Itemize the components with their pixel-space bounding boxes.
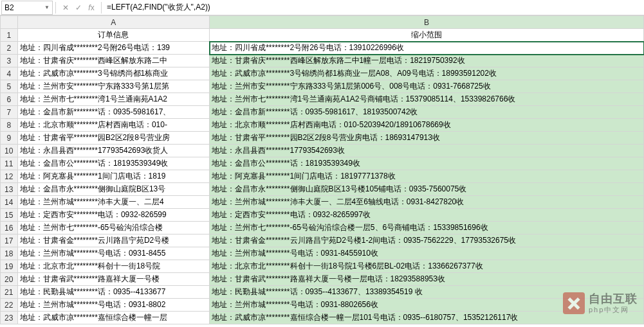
cell[interactable]: 地址：金昌市公********话：18193539349收: [17, 157, 210, 170]
cell[interactable]: 地址：定西市安********电话：0932-8265997收: [210, 209, 644, 222]
cell[interactable]: 地址：兰州市安********宁东路333号第1层第006号、008号电话：09…: [210, 80, 644, 93]
cell[interactable]: 地址：兰州市七********湾1号兰通南苑A1A2号商铺电话：15379085…: [210, 93, 644, 106]
divider: [101, 2, 102, 13]
cell[interactable]: 地址：北京市北********科创十一街18号院: [17, 260, 210, 273]
table-row: 8地址：北京市顺********店村西南电话：010-地址：北京市顺******…: [1, 119, 644, 132]
row-header[interactable]: 19: [1, 260, 18, 273]
cell[interactable]: 地址：北京市北********科创十一街18号院1号楼6层BL-02电话：133…: [210, 260, 644, 273]
cell[interactable]: 地址：甘肃省平********园B2区2段8号营业房: [17, 132, 210, 145]
cell[interactable]: 地址：甘肃省武********路嘉祥大厦一号楼一层电话：18293588953收: [210, 273, 644, 286]
row-header[interactable]: 4: [1, 67, 18, 80]
row-header[interactable]: 9: [1, 132, 18, 145]
row-header[interactable]: 2: [1, 42, 18, 55]
table-row: 3地址：甘肃省庆********西峰区解放东路二中地址：甘肃省庆********…: [1, 55, 644, 67]
row-header[interactable]: 13: [1, 183, 18, 196]
table-row: 7地址：金昌市新********话：0935-5981617、地址：金昌市新**…: [1, 106, 644, 119]
cell[interactable]: 地址：永昌县西********17793542693收: [210, 145, 644, 157]
row-header[interactable]: 22: [1, 299, 18, 312]
row-header[interactable]: 21: [1, 286, 18, 299]
cell[interactable]: 地址：北京市顺********店村西南电话：010-52039420/18910…: [210, 119, 644, 132]
cell-B1[interactable]: 缩小范围: [210, 29, 644, 42]
table-row: 22地址：兰州市城********号电话：0931-8802地址：兰州市城***…: [1, 299, 644, 312]
cell-A1[interactable]: 订单信息: [17, 29, 210, 42]
row-header[interactable]: 8: [1, 119, 18, 132]
row-header[interactable]: 3: [1, 55, 18, 67]
cell[interactable]: 地址：甘肃省庆********西峰区解放东路二中: [17, 55, 210, 67]
cell[interactable]: 地址：甘肃省金********云川路昌宁苑D2号楼1-2间电话：0935-756…: [210, 234, 644, 247]
row-header[interactable]: 14: [1, 196, 18, 209]
row-header[interactable]: 5: [1, 80, 18, 93]
spreadsheet-grid[interactable]: A B 1 订单信息 缩小范围 2地址：四川省成********2号附26号电话…: [0, 15, 644, 327]
table-row: 1 订单信息 缩小范围: [1, 29, 644, 42]
cell[interactable]: 地址：四川省成********2号附26号电话：139: [17, 42, 210, 55]
formula-bar-buttons: ✕ ✓ fx: [57, 3, 100, 12]
name-box[interactable]: B2 ▼: [1, 1, 53, 15]
cell[interactable]: 地址：金昌市永********侧御山庭院B区13号楼105铺电话：0935-75…: [210, 183, 644, 196]
cell[interactable]: 地址：兰州市城********号电话：0931-8455910收: [210, 247, 644, 260]
row-header[interactable]: 18: [1, 247, 18, 260]
name-box-dropdown-icon[interactable]: ▼: [44, 4, 50, 10]
row-header[interactable]: 1: [1, 29, 18, 42]
accept-icon[interactable]: ✓: [74, 3, 83, 12]
table-row: 12地址：阿克塞县********1间门店电话：1819地址：阿克塞县*****…: [1, 170, 644, 183]
row-header[interactable]: 7: [1, 106, 18, 119]
column-header-A[interactable]: A: [17, 16, 210, 29]
row-header[interactable]: 17: [1, 234, 18, 247]
row-header[interactable]: 23: [1, 312, 18, 324]
column-header-row: A B: [1, 16, 644, 29]
row-header[interactable]: 16: [1, 222, 18, 234]
row-header[interactable]: 20: [1, 273, 18, 286]
cell[interactable]: 地址：兰州市七********湾1号兰通南苑A1A2: [17, 93, 210, 106]
fx-icon[interactable]: fx: [87, 3, 96, 12]
cell[interactable]: 地址：兰州市城********号电话：0931-8455: [17, 247, 210, 260]
cell[interactable]: 地址：金昌市新********话：0935-5981617、1819350074…: [210, 106, 644, 119]
cancel-icon[interactable]: ✕: [61, 3, 70, 12]
cell[interactable]: 地址：兰州市城********号电话：0931-8802656收: [210, 299, 644, 312]
row-header[interactable]: 6: [1, 93, 18, 106]
table-row: 18地址：兰州市城********号电话：0931-8455地址：兰州市城***…: [1, 247, 644, 260]
cell[interactable]: 地址：民勤县城********话：0935--4133677: [17, 286, 210, 299]
table-row: 17地址：甘肃省金********云川路昌宁苑D2号楼地址：甘肃省金******…: [1, 234, 644, 247]
cell[interactable]: 地址：永昌县西********17793542693收货人: [17, 145, 210, 157]
cell[interactable]: 地址：阿克塞县********1间门店电话：1819: [17, 170, 210, 183]
cell[interactable]: 地址：兰州市城********沛丰大厦一、二层4至6轴线电话：0931-8427…: [210, 196, 644, 209]
row-header[interactable]: 11: [1, 157, 18, 170]
cell[interactable]: 地址：武威市凉********嘉恒综合楼一幢一层101号电话：0935--618…: [210, 312, 644, 324]
cell[interactable]: 地址：武威市凉********3号锦绣尚都1栋商业一层A08、A09号电话：18…: [210, 67, 644, 80]
formula-input[interactable]: [103, 1, 644, 15]
column-header-B[interactable]: B: [210, 16, 644, 29]
row-header[interactable]: 12: [1, 170, 18, 183]
cell[interactable]: 地址：甘肃省平********园B2区2段8号营业房电话：18693147913…: [210, 132, 644, 145]
table-row: 4地址：武威市凉********3号锦绣尚都1栋商业地址：武威市凉*******…: [1, 67, 644, 80]
table-row: 14地址：兰州市城********沛丰大厦一、二层4地址：兰州市城*******…: [1, 196, 644, 209]
cell[interactable]: 地址：甘肃省庆********西峰区解放东路二中1幢一层电话：182197503…: [210, 55, 644, 67]
table-row: 15地址：定西市安********电话：0932-826599地址：定西市安**…: [1, 209, 644, 222]
cell[interactable]: 地址：武威市凉********3号锦绣尚都1栋商业: [17, 67, 210, 80]
cell[interactable]: 地址：兰州市城********沛丰大厦一、二层4: [17, 196, 210, 209]
table-row: 2地址：四川省成********2号附26号电话：139地址：四川省成*****…: [1, 42, 644, 55]
row-header[interactable]: 15: [1, 209, 18, 222]
table-row: 23地址：武威市凉********嘉恒综合楼一幢一层地址：武威市凉*******…: [1, 312, 644, 324]
cell[interactable]: 地址：阿克塞县********1间门店电话：18197771378收: [210, 170, 644, 183]
cell[interactable]: 地址：兰州市七********-65号硷沟沿综合楼: [17, 222, 210, 234]
table-row: 5地址：兰州市安********宁东路333号第1层第地址：兰州市安******…: [1, 80, 644, 93]
row-header[interactable]: 10: [1, 145, 18, 157]
cell[interactable]: 地址：甘肃省金********云川路昌宁苑D2号楼: [17, 234, 210, 247]
cell[interactable]: 地址：金昌市新********话：0935-5981617、: [17, 106, 210, 119]
table-row: 10地址：永昌县西********17793542693收货人地址：永昌县西**…: [1, 145, 644, 157]
cell[interactable]: 地址：武威市凉********嘉恒综合楼一幢一层: [17, 312, 210, 324]
cell[interactable]: 地址：四川省成********2号附26号电话：13910226996收: [210, 42, 644, 55]
cell[interactable]: 地址：民勤县城********话：0935--4133677、133893545…: [210, 286, 644, 299]
cell[interactable]: 地址：定西市安********电话：0932-826599: [17, 209, 210, 222]
cell[interactable]: 地址：金昌市公********话：18193539349收: [210, 157, 644, 170]
cell[interactable]: 地址：兰州市城********号电话：0931-8802: [17, 299, 210, 312]
cell[interactable]: 地址：北京市顺********店村西南电话：010-: [17, 119, 210, 132]
cell[interactable]: 地址：甘肃省武********路嘉祥大厦一号楼: [17, 273, 210, 286]
formula-bar: B2 ▼ ✕ ✓ fx: [0, 0, 644, 15]
cell[interactable]: 地址：金昌市永********侧御山庭院B区13号: [17, 183, 210, 196]
select-all-corner[interactable]: [1, 16, 18, 29]
cell[interactable]: 地址：兰州市安********宁东路333号第1层第: [17, 80, 210, 93]
table-row: 9地址：甘肃省平********园B2区2段8号营业房地址：甘肃省平******…: [1, 132, 644, 145]
table-row: 19地址：北京市北********科创十一街18号院地址：北京市北*******…: [1, 260, 644, 273]
cell[interactable]: 地址：兰州市七********-65号硷沟沿综合楼一层5、6号商铺电话：1533…: [210, 222, 644, 234]
